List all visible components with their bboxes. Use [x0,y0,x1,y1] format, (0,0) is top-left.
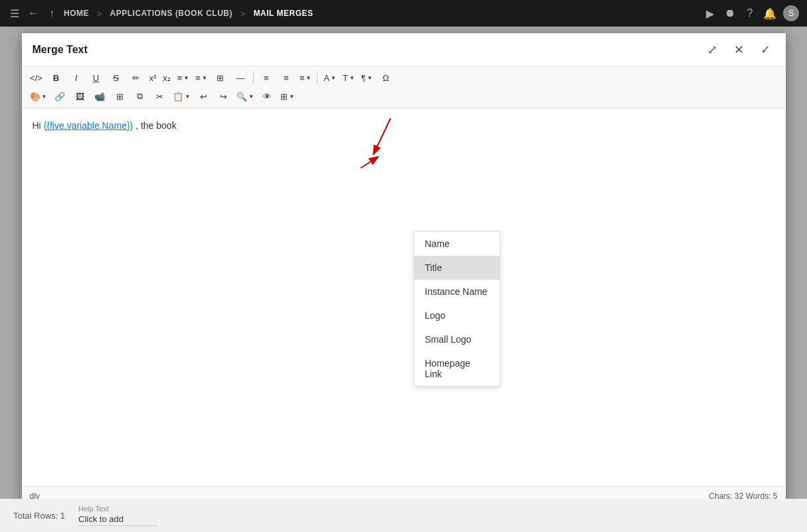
modal-title: Merge Text [33,44,88,56]
arrow-annotation [22,108,786,486]
menu-icon[interactable]: ☰ [8,7,21,20]
link-btn[interactable]: 🔗 [50,88,69,105]
omega-btn[interactable]: Ω [377,69,395,86]
italic-btn[interactable]: I [67,69,86,86]
font-color-btn[interactable]: A▼ [321,69,339,86]
toolbar-row-1: </> B I U S ✏ x² x₂ ≡▼ ≡▼ ⊞ — ≡ ≡ ≡▼ A▼ … [27,69,780,86]
dropdown-item-name[interactable]: Name [414,232,499,256]
variable-name[interactable]: {{five.variable.Name}} [44,120,134,131]
bold-btn[interactable]: B [47,69,66,86]
toolbar-sep-1 [253,71,254,84]
underline-btn[interactable]: U [87,69,106,86]
align-left-btn[interactable]: ≡ [257,69,276,86]
modal-header-actions: ⤢ ✕ ✓ [703,41,775,59]
total-rows-field: Total Rows: 1 [13,511,65,521]
table2-btn[interactable]: ⊞ [110,88,129,105]
color-btn[interactable]: 🎨▼ [27,88,50,105]
paste-btn[interactable]: 📋▼ [170,88,193,105]
mailmerges-nav-link[interactable]: MAIL MERGES [254,9,314,18]
up-icon[interactable]: ↑ [45,7,58,20]
image-btn[interactable]: 🖼 [70,88,89,105]
nav-sep-1: > [97,9,102,19]
help-text-field[interactable]: Help Text Click to add [78,505,158,526]
total-rows-label: Total Rows: 1 [13,511,65,521]
svg-line-2 [361,157,377,168]
toolbar-sep-2 [317,71,317,84]
text-style-btn[interactable]: T▼ [340,69,357,86]
bell-icon[interactable]: 🔔 [763,7,776,20]
align-justify-btn[interactable]: ≡▼ [297,69,314,86]
record-icon[interactable]: ⏺ [723,7,737,20]
redo-btn[interactable]: ↪ [214,88,232,105]
help-text-label: Help Text [78,505,158,513]
right-icons: ▶ ⏺ ? 🔔 S [703,5,799,21]
expand-button[interactable]: ⤢ [703,41,722,59]
close-button[interactable]: ✕ [730,41,749,59]
help-text-value[interactable]: Click to add [78,514,158,526]
scissors-btn[interactable]: ✂ [150,88,169,105]
dropdown-item-homepage-link[interactable]: Homepage Link [414,351,499,386]
code-btn[interactable]: </> [27,69,46,86]
search-btn[interactable]: 🔍▼ [234,88,256,105]
superscript-btn[interactable]: x² [147,69,159,86]
eye-btn[interactable]: 👁 [258,88,276,105]
dropdown-menu: Name Title Instance Name Logo Small Logo… [414,231,500,387]
video-btn[interactable]: 📹 [90,88,109,105]
dropdown-item-small-logo[interactable]: Small Logo [414,327,499,351]
undo-btn[interactable]: ↩ [194,88,213,105]
confirm-button[interactable]: ✓ [757,41,775,59]
dropdown-item-instance-name[interactable]: Instance Name [414,280,499,304]
editor-content: Hi {{five.variable.Name}} , the book [33,119,775,133]
toolbar: </> B I U S ✏ x² x₂ ≡▼ ≡▼ ⊞ — ≡ ≡ ≡▼ A▼ … [22,66,786,108]
strikethrough-btn[interactable]: S [107,69,126,86]
paragraph-btn[interactable]: ¶▼ [359,69,375,86]
table-btn[interactable]: ⊞ [211,69,230,86]
editor-area[interactable]: Hi {{five.variable.Name}} , the book Nam… [22,108,786,486]
subscript-btn[interactable]: x₂ [160,69,173,86]
hr-btn[interactable]: — [231,69,250,86]
back-icon[interactable]: ← [27,7,40,20]
applications-nav-link[interactable]: APPLICATIONS (BOOK CLUB) [110,9,232,18]
eraser-btn[interactable]: ✏ [127,69,145,86]
dropdown-item-title[interactable]: Title [414,256,499,280]
modal-header: Merge Text ⤢ ✕ ✓ [22,33,786,66]
template-btn[interactable]: ⊞▼ [278,88,297,105]
numbered-list-btn[interactable]: ≡▼ [193,69,210,86]
modal-dialog: Merge Text ⤢ ✕ ✓ </> B I U S ✏ x² x₂ ≡▼ … [22,33,786,505]
play-icon[interactable]: ▶ [703,7,717,20]
avatar[interactable]: S [783,5,799,21]
toolbar-row-2: 🎨▼ 🔗 🖼 📹 ⊞ ⧉ ✂ 📋▼ ↩ ↪ 🔍▼ 👁 ⊞▼ [27,88,780,105]
modal-overlay: Merge Text ⤢ ✕ ✓ </> B I U S ✏ x² x₂ ≡▼ … [0,27,807,532]
copy-btn[interactable]: ⧉ [130,88,149,105]
dropdown-item-logo[interactable]: Logo [414,304,499,327]
bottom-area: Total Rows: 1 Help Text Click to add [0,499,807,532]
home-nav-link[interactable]: HOME [64,9,89,18]
bullet-list-btn[interactable]: ≡▼ [175,69,192,86]
top-nav: ☰ ← ↑ HOME > APPLICATIONS (BOOK CLUB) > … [0,0,807,27]
align-center-btn[interactable]: ≡ [277,69,296,86]
nav-sep-2: > [240,9,246,19]
help-icon[interactable]: ? [743,7,757,20]
